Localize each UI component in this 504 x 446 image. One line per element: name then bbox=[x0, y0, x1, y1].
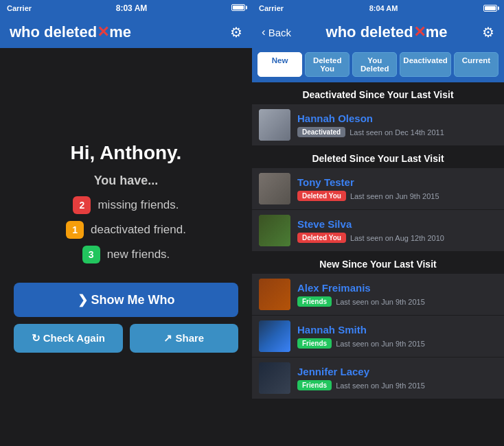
share-button[interactable]: ↗ Share bbox=[130, 324, 239, 353]
new-label: new friends. bbox=[107, 248, 170, 261]
left-time: 8:03 AM bbox=[116, 3, 148, 13]
tab-new[interactable]: New bbox=[257, 52, 302, 77]
stat-row-missing: 2 missing friends. bbox=[14, 196, 238, 214]
battery-icon bbox=[231, 4, 245, 12]
tab-deactivated[interactable]: Deactivated bbox=[400, 52, 451, 77]
friend-tag: Deleted You bbox=[297, 191, 346, 201]
friend-item[interactable]: Steve Silva Deleted You Last seen on Aug… bbox=[252, 210, 504, 251]
missing-label: missing friends. bbox=[98, 198, 179, 212]
friend-meta: Deleted You Last seen on Jun 9th 2015 bbox=[297, 191, 497, 201]
right-status-bar: Carrier 8:04 AM bbox=[252, 0, 504, 16]
share-label: ↗ Share bbox=[163, 332, 204, 344]
avatar bbox=[259, 215, 290, 246]
title-x-left: ✕ bbox=[97, 23, 109, 40]
right-content: Deactivated Since Your Last Visit Hannah… bbox=[252, 82, 504, 446]
section-header-0: Deactivated Since Your Last Visit bbox=[252, 82, 504, 104]
friend-tag: Friends bbox=[297, 380, 332, 390]
section-header-1: Deleted Since Your Last Visit bbox=[252, 146, 504, 168]
friend-tag: Deleted You bbox=[297, 233, 346, 243]
bottom-buttons: ↻ Check Again ↗ Share bbox=[14, 324, 238, 353]
avatar bbox=[259, 279, 290, 310]
avatar bbox=[259, 173, 290, 204]
back-label: Back bbox=[268, 27, 291, 38]
friend-name: Tony Tester bbox=[297, 176, 497, 188]
friend-item[interactable]: Alex Freimanis Friends Last seen on Jun … bbox=[252, 274, 504, 315]
right-panel: Carrier 8:04 AM ‹ Back who deleted✕me ⚙ … bbox=[252, 0, 504, 446]
tab-deleted-you[interactable]: Deleted You bbox=[305, 52, 350, 77]
missing-badge: 2 bbox=[73, 196, 91, 214]
friend-info: Hannah Oleson Deactivated Last seen on D… bbox=[297, 113, 497, 137]
friend-info: Steve Silva Deleted You Last seen on Aug… bbox=[297, 218, 497, 243]
tab-you-deleted[interactable]: You Deleted bbox=[352, 52, 397, 77]
settings-icon-right[interactable]: ⚙ bbox=[482, 24, 494, 40]
friend-meta: Friends Last seen on Jun 9th 2015 bbox=[297, 380, 497, 390]
left-carrier: Carrier bbox=[7, 4, 32, 12]
right-app-header: ‹ Back who deleted✕me ⚙ bbox=[252, 16, 504, 48]
deactivated-badge: 1 bbox=[66, 221, 84, 239]
back-button[interactable]: ‹ Back bbox=[262, 25, 291, 39]
friend-name: Jennifer Lacey bbox=[297, 366, 497, 377]
right-carrier: Carrier bbox=[259, 4, 284, 12]
back-arrow-icon: ‹ bbox=[262, 25, 266, 39]
friend-meta: Deleted You Last seen on Aug 12th 2010 bbox=[297, 233, 497, 243]
friend-info: Jennifer Lacey Friends Last seen on Jun … bbox=[297, 366, 497, 390]
left-content: Hi, Anthony. You have... 2 missing frien… bbox=[0, 48, 252, 446]
check-again-label: ↻ Check Again bbox=[32, 332, 105, 344]
avatar bbox=[259, 109, 290, 141]
last-seen: Last seen on Dec 14th 2011 bbox=[350, 128, 444, 137]
last-seen: Last seen on Aug 12th 2010 bbox=[350, 234, 444, 242]
app-title-left: who deleted✕me bbox=[10, 23, 131, 41]
friend-item[interactable]: Tony Tester Deleted You Last seen on Jun… bbox=[252, 168, 504, 209]
friend-info: Alex Freimanis Friends Last seen on Jun … bbox=[297, 282, 497, 307]
friend-item[interactable]: Hannah Smith Friends Last seen on Jun 9t… bbox=[252, 316, 504, 357]
stat-row-new: 3 new friends. bbox=[14, 246, 238, 263]
left-status-bar: Carrier 8:03 AM bbox=[0, 0, 252, 16]
friend-info: Hannah Smith Friends Last seen on Jun 9t… bbox=[297, 324, 497, 349]
last-seen: Last seen on Jun 9th 2015 bbox=[336, 340, 425, 348]
show-me-who-button[interactable]: ❯ Show Me Who bbox=[14, 283, 238, 317]
last-seen: Last seen on Jun 9th 2015 bbox=[336, 298, 425, 306]
left-panel: Carrier 8:03 AM who deleted✕me ⚙ Hi, Ant… bbox=[0, 0, 252, 446]
tab-current[interactable]: Current bbox=[454, 52, 499, 77]
you-have-text: You have... bbox=[94, 174, 159, 188]
deactivated-label: deactivated friend. bbox=[91, 223, 186, 237]
friend-meta: Friends Last seen on Jun 9th 2015 bbox=[297, 296, 497, 307]
new-badge: 3 bbox=[82, 246, 100, 263]
friend-meta: Deactivated Last seen on Dec 14th 2011 bbox=[297, 127, 497, 137]
friend-item[interactable]: Jennifer Lacey Friends Last seen on Jun … bbox=[252, 357, 504, 399]
friend-item[interactable]: Hannah Oleson Deactivated Last seen on D… bbox=[252, 104, 504, 145]
friend-name: Hannah Oleson bbox=[297, 113, 497, 124]
left-status-icons bbox=[231, 4, 245, 12]
friend-info: Tony Tester Deleted You Last seen on Jun… bbox=[297, 176, 497, 201]
last-seen: Last seen on Jun 9th 2015 bbox=[350, 192, 439, 200]
app-title-right: who deleted✕me bbox=[326, 23, 448, 41]
stat-row-deactivated: 1 deactivated friend. bbox=[14, 221, 238, 239]
last-seen: Last seen on Jun 9th 2015 bbox=[336, 382, 425, 390]
title-x-right: ✕ bbox=[413, 23, 426, 40]
avatar bbox=[259, 320, 290, 352]
friend-tag: Deactivated bbox=[297, 127, 345, 137]
section-header-2: New Since Your Last Visit bbox=[252, 252, 504, 274]
settings-icon-left[interactable]: ⚙ bbox=[230, 24, 242, 40]
tabs-bar: New Deleted You You Deleted Deactivated … bbox=[252, 48, 504, 82]
left-app-header: who deleted✕me ⚙ bbox=[0, 16, 252, 48]
right-time: 8:04 AM bbox=[369, 4, 398, 12]
check-again-button[interactable]: ↻ Check Again bbox=[14, 324, 123, 353]
friend-name: Alex Freimanis bbox=[297, 282, 497, 294]
friend-tag: Friends bbox=[297, 338, 332, 349]
avatar bbox=[259, 362, 290, 394]
friend-name: Hannah Smith bbox=[297, 324, 497, 336]
friend-name: Steve Silva bbox=[297, 218, 497, 230]
show-me-who-label: ❯ Show Me Who bbox=[78, 292, 175, 307]
friend-meta: Friends Last seen on Jun 9th 2015 bbox=[297, 338, 497, 349]
friend-tag: Friends bbox=[297, 296, 332, 307]
right-status-icons bbox=[483, 5, 497, 12]
greeting-text: Hi, Anthony. bbox=[71, 142, 182, 164]
